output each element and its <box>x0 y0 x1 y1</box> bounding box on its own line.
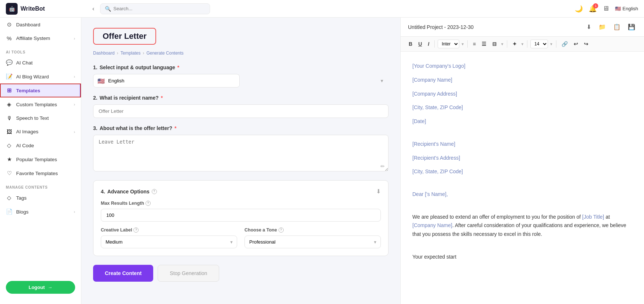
advance-toggle-icon[interactable]: ⬇ <box>376 188 381 195</box>
info-icon: ? <box>152 189 157 194</box>
sidebar-item-favorite-templates[interactable]: ♡ Favorite Templates <box>0 166 81 180</box>
tone-select-wrapper: Professional Casual Formal Friendly ▼ <box>244 236 381 248</box>
breadcrumb-templates[interactable]: Templates <box>121 51 141 56</box>
editor-line: Dear ['s Name], <box>412 190 632 199</box>
copy-button[interactable]: 📋 <box>612 22 622 32</box>
logout-area: Logout → <box>0 277 81 298</box>
underline-button[interactable]: U <box>416 40 424 48</box>
code-icon: ◇ <box>6 142 12 149</box>
max-results-field: Max Results Length ? <box>101 201 381 222</box>
chat-icon: 💬 <box>6 59 12 66</box>
editor-line: [City, State, ZIP Code] <box>412 103 632 112</box>
font-size-select[interactable]: 14 12 16 18 <box>530 40 548 48</box>
creative-select[interactable]: Low Medium High <box>101 236 237 248</box>
folder-button[interactable]: 📁 <box>597 22 607 32</box>
search-input[interactable] <box>113 6 205 11</box>
logout-button[interactable]: Logout → <box>6 281 75 294</box>
moon-icon[interactable]: 🌙 <box>575 5 583 13</box>
magic-button[interactable]: ✦ <box>510 40 519 48</box>
sidebar-item-dashboard[interactable]: ⊙ Dashboard <box>0 18 81 31</box>
templates-icon: ⊞ <box>6 87 12 94</box>
edit-icon: ✏ <box>380 163 385 169</box>
logo-text: WriteBot <box>21 5 45 12</box>
tone-label: Choose a Tone ? <box>244 227 381 233</box>
create-content-button[interactable]: Create Content <box>93 265 153 282</box>
offer-about-textarea[interactable] <box>93 135 389 171</box>
sidebar-item-label: Templates <box>16 88 40 93</box>
sidebar-collapse-button[interactable]: ‹ <box>91 4 96 14</box>
custom-templates-icon: ◈ <box>6 101 12 108</box>
advance-body: Max Results Length ? Creative Label ? <box>101 201 381 248</box>
bold-button[interactable]: B <box>406 40 415 48</box>
logo-area: 🤖 WriteBot <box>6 3 87 15</box>
language-select-wrapper: 🇺🇸 English Spanish French German ▼ <box>93 74 389 88</box>
breadcrumb-sep: › <box>117 51 118 56</box>
sidebar-item-label: AI Blog Wizard <box>16 74 49 79</box>
download-button[interactable]: ⬇ <box>585 22 593 32</box>
mic-icon: 🎙 <box>6 115 12 121</box>
chevron-down-icon2: ▼ <box>500 42 504 46</box>
language-selector[interactable]: 🇺🇸 English <box>615 6 638 11</box>
chevron-down-icon4: ▼ <box>549 42 553 46</box>
editor-topbar: Untitled Project - 2023-12-30 ⬇ 📁 📋 💾 <box>401 18 644 37</box>
creative-select-wrapper: Low Medium High ▼ <box>101 236 237 248</box>
logout-arrow-icon: → <box>48 285 52 290</box>
editor-toolbar: B U I Inter Arial ▼ ≡ ☰ ⊟ ▼ ✦ ▼ 14 <box>401 37 644 52</box>
chevron-down-icon: ▼ <box>461 42 464 46</box>
recipient-section-label: 2. What is recipient name? * <box>93 95 389 101</box>
undo-button[interactable]: ↩ <box>571 40 580 48</box>
notification-badge: 1 <box>593 3 598 8</box>
align-button[interactable]: ⊟ <box>490 40 499 48</box>
search-icon: 🔍 <box>105 6 111 12</box>
unordered-list-button[interactable]: ≡ <box>471 40 478 48</box>
logo-icon: 🤖 <box>6 3 18 15</box>
sidebar-item-custom-templates[interactable]: ◈ Custom Templates › <box>0 97 81 111</box>
creative-field: Creative Label ? Low Medium High ▼ <box>101 227 237 248</box>
italic-button[interactable]: I <box>426 40 431 48</box>
sidebar-item-popular-templates[interactable]: ★ Popular Templates <box>0 152 81 166</box>
heart-icon: ♡ <box>6 170 12 177</box>
breadcrumb: Dashboard › Templates › Generate Content… <box>93 51 389 56</box>
required-indicator: * <box>177 64 179 70</box>
monitor-icon[interactable]: 🖥 <box>603 5 609 12</box>
sidebar-item-affiliate[interactable]: % Affiliate System › <box>0 31 81 45</box>
save-button[interactable]: 💾 <box>626 22 637 32</box>
sidebar-item-ai-images[interactable]: 🖼 AI Images › <box>0 125 81 138</box>
max-results-input[interactable] <box>101 209 381 222</box>
sidebar-item-ai-blog[interactable]: 📝 AI Blog Wizard › <box>0 70 81 84</box>
info-icon: ? <box>146 201 151 206</box>
recipient-input[interactable] <box>93 104 389 118</box>
sidebar-item-label: AI Chat <box>16 60 33 66</box>
header-right: 🌙 🔔 1 🖥 🇺🇸 English <box>575 5 638 13</box>
sidebar-item-templates[interactable]: ⊞ Templates <box>0 84 81 97</box>
redo-button[interactable]: ↪ <box>582 40 590 48</box>
advance-options-header[interactable]: 4. Advance Options ? ⬇ <box>101 188 381 195</box>
link-button[interactable]: 🔗 <box>559 40 570 48</box>
breadcrumb-dashboard[interactable]: Dashboard <box>93 51 115 56</box>
blogs-icon: 📄 <box>6 208 12 215</box>
tone-field: Choose a Tone ? Professional Casual Form… <box>244 227 381 248</box>
ordered-list-button[interactable]: ☰ <box>479 40 489 48</box>
manage-contents-section-label: MANAGE CONTENTS <box>0 180 81 191</box>
sidebar-item-blogs[interactable]: 📄 Blogs › <box>0 205 81 219</box>
tone-select[interactable]: Professional Casual Formal Friendly <box>244 236 381 248</box>
sidebar-item-label: Dashboard <box>16 22 40 27</box>
language-select[interactable]: English Spanish French German <box>93 74 240 88</box>
sidebar-item-ai-code[interactable]: ◇ AI Code <box>0 138 81 152</box>
ai-tools-section-label: AI TOOLS <box>0 45 81 56</box>
editor-line: [Company Address] <box>412 90 632 99</box>
editor-paragraph: We are pleased to extend an offer of emp… <box>412 213 632 239</box>
star-icon: ★ <box>6 156 12 163</box>
stop-generation-button[interactable]: Stop Generation <box>158 265 219 282</box>
sidebar-item-tags[interactable]: ◇ Tags <box>0 191 81 205</box>
max-results-label: Max Results Length ? <box>101 201 381 206</box>
action-buttons: Create Content Stop Generation <box>93 265 389 282</box>
sidebar-item-ai-chat[interactable]: 💬 AI Chat <box>0 56 81 70</box>
bell-icon[interactable]: 🔔 1 <box>589 5 597 13</box>
dashboard-icon: ⊙ <box>6 21 12 28</box>
sidebar-item-speech-to-text[interactable]: 🎙 Speech to Text <box>0 111 81 125</box>
editor-line: Your expected start <box>412 253 632 262</box>
font-family-select[interactable]: Inter Arial <box>438 40 459 48</box>
toolbar-divider <box>434 40 435 48</box>
language-section-label: 1. Select input & output language * <box>93 64 389 70</box>
